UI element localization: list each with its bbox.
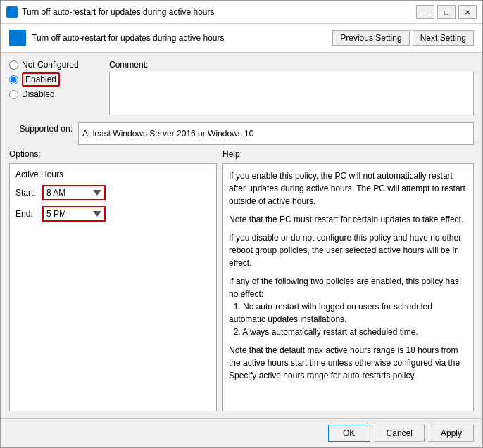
enabled-radio-label[interactable]: Enabled: [9, 72, 101, 87]
cancel-button[interactable]: Cancel: [375, 425, 425, 442]
help-text-box[interactable]: If you enable this policy, the PC will n…: [222, 163, 474, 411]
disabled-radio[interactable]: [9, 90, 18, 99]
minimize-button[interactable]: —: [416, 5, 434, 19]
enabled-label: Enabled: [22, 72, 60, 87]
supported-value-box: At least Windows Server 2016 or Windows …: [78, 122, 474, 145]
window-icon: [6, 6, 18, 18]
help-para-5: Note that the default max active hours r…: [229, 344, 468, 382]
help-para-2: Note that the PC must restart for certai…: [229, 213, 468, 226]
next-setting-button[interactable]: Next Setting: [413, 30, 474, 46]
help-para-4: If any of the following two policies are…: [229, 275, 468, 338]
supported-label: Supported on:: [9, 122, 73, 134]
disabled-radio-label[interactable]: Disabled: [9, 89, 101, 99]
svg-rect-1: [13, 8, 16, 11]
not-configured-label: Not Configured: [22, 60, 79, 70]
header-nav-buttons: Previous Setting Next Setting: [332, 30, 474, 46]
end-time-select[interactable]: 5 PM 12 AM1 AM2 AM3 AM 4 AM5 AM6 AM7 AM …: [42, 206, 106, 222]
options-help-row: Options: Active Hours Start: 8 AM 12 AM1…: [9, 149, 474, 411]
title-bar: Turn off auto-restart for updates during…: [1, 1, 482, 24]
maximize-button[interactable]: □: [437, 5, 456, 19]
end-label: End:: [15, 209, 38, 219]
not-configured-radio-label[interactable]: Not Configured: [9, 60, 101, 70]
header-title-row: Turn off auto-restart for updates during…: [9, 30, 224, 46]
svg-rect-6: [11, 39, 17, 44]
comment-textarea[interactable]: [109, 72, 474, 115]
title-bar-left: Turn off auto-restart for updates during…: [6, 6, 214, 18]
end-time-row: End: 5 PM 12 AM1 AM2 AM3 AM 4 AM5 AM6 AM…: [15, 206, 211, 222]
svg-rect-5: [18, 32, 24, 37]
supported-row: Supported on: At least Windows Server 20…: [9, 122, 474, 145]
active-hours-title: Active Hours: [15, 169, 211, 179]
apply-button[interactable]: Apply: [429, 425, 474, 442]
options-title: Options:: [9, 149, 217, 159]
comment-section: Comment:: [109, 60, 474, 115]
svg-rect-3: [13, 13, 16, 16]
help-para-3: If you disable or do not configure this …: [229, 231, 468, 269]
header-area: Turn off auto-restart for updates during…: [1, 24, 482, 53]
title-bar-controls: — □ ✕: [416, 5, 477, 19]
enabled-radio[interactable]: [9, 75, 18, 84]
top-row: Not Configured Enabled Disabled Comment:: [9, 60, 474, 115]
start-label: Start:: [15, 188, 38, 198]
header-title: Turn off auto-restart for updates during…: [32, 33, 224, 43]
supported-value: At least Windows Server 2016 or Windows …: [82, 129, 253, 139]
comment-label: Comment:: [109, 60, 474, 70]
not-configured-radio[interactable]: [9, 60, 18, 70]
window-title: Turn off auto-restart for updates during…: [22, 7, 214, 17]
content-area: Not Configured Enabled Disabled Comment:…: [1, 53, 482, 418]
close-button[interactable]: ✕: [458, 5, 477, 19]
svg-rect-2: [8, 13, 11, 16]
svg-rect-4: [11, 32, 18, 38]
main-window: Turn off auto-restart for updates during…: [0, 0, 483, 448]
footer-bar: OK Cancel Apply: [1, 418, 482, 447]
previous-setting-button[interactable]: Previous Setting: [332, 30, 409, 46]
header-icon: [9, 30, 26, 46]
options-box: Active Hours Start: 8 AM 12 AM1 AM2 AM3 …: [9, 163, 217, 411]
help-para-1: If you enable this policy, the PC will n…: [229, 169, 468, 207]
svg-rect-0: [8, 8, 12, 12]
start-time-select[interactable]: 8 AM 12 AM1 AM2 AM3 AM 4 AM5 AM6 AM7 AM …: [42, 185, 106, 200]
disabled-label: Disabled: [22, 89, 55, 99]
help-panel: Help: If you enable this policy, the PC …: [222, 149, 474, 411]
radio-section: Not Configured Enabled Disabled: [9, 60, 101, 115]
start-time-row: Start: 8 AM 12 AM1 AM2 AM3 AM 4 AM5 AM6 …: [15, 185, 211, 200]
ok-button[interactable]: OK: [328, 425, 370, 442]
help-title: Help:: [222, 149, 474, 159]
options-panel: Options: Active Hours Start: 8 AM 12 AM1…: [9, 149, 217, 411]
svg-rect-7: [18, 39, 24, 44]
